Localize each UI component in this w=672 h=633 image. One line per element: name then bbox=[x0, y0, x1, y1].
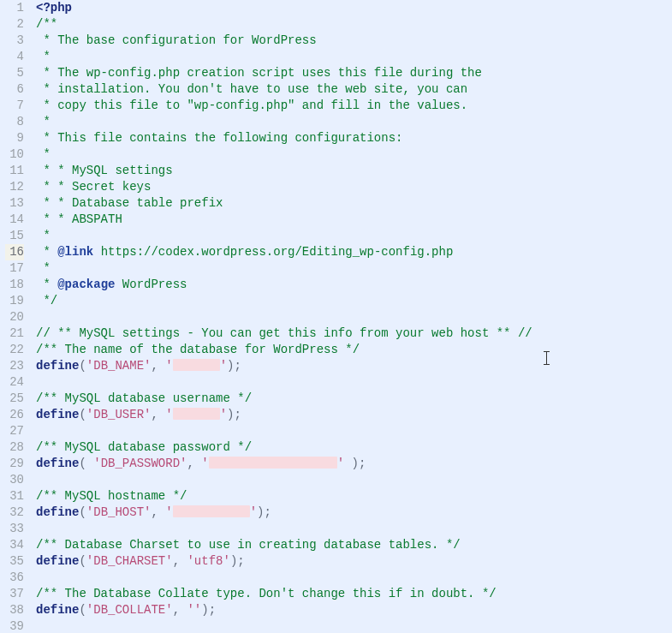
line-number: 22 bbox=[5, 342, 24, 358]
code-token: @link bbox=[57, 245, 93, 259]
code-line[interactable]: * installation. You don't have to use th… bbox=[36, 81, 672, 98]
code-line[interactable]: * @package WordPress bbox=[36, 277, 672, 293]
line-number: 31 bbox=[5, 488, 24, 505]
code-line[interactable] bbox=[36, 521, 672, 537]
code-line[interactable]: * * ABSPATH bbox=[36, 212, 672, 228]
code-line[interactable]: /** The Database Collate type. Don't cha… bbox=[36, 586, 672, 602]
code-token: * * Secret keys bbox=[36, 180, 151, 194]
code-token: * bbox=[36, 147, 51, 161]
line-number: 20 bbox=[5, 309, 24, 325]
code-token: define bbox=[36, 603, 79, 617]
code-line[interactable]: /** MySQL database password */ bbox=[36, 439, 672, 456]
line-number: 5 bbox=[5, 65, 24, 81]
code-token: <?php bbox=[36, 1, 72, 15]
code-line[interactable]: define('DB_HOST', ''); bbox=[36, 505, 672, 521]
code-line[interactable]: * This file contains the following confi… bbox=[36, 130, 672, 146]
code-token: ' bbox=[337, 457, 344, 470]
code-line[interactable] bbox=[36, 618, 672, 633]
line-number: 10 bbox=[5, 146, 24, 163]
code-line[interactable] bbox=[36, 423, 672, 439]
code-line[interactable]: define('DB_COLLATE', ''); bbox=[36, 602, 672, 618]
code-token: ' bbox=[220, 359, 227, 373]
code-token: * bbox=[36, 50, 51, 63]
line-number-gutter: 1234567891011121314151617181920212223242… bbox=[0, 0, 33, 633]
code-token: ); bbox=[201, 603, 216, 617]
code-token: ( bbox=[79, 554, 86, 568]
code-token: 'DB_COLLATE' bbox=[86, 603, 173, 617]
line-number: 8 bbox=[5, 114, 24, 130]
code-token: /** The Database Collate type. Don't cha… bbox=[36, 587, 497, 600]
code-token: ( bbox=[79, 505, 86, 519]
code-token: * bbox=[36, 115, 51, 128]
code-line[interactable]: * @link https://codex.wordpress.org/Edit… bbox=[36, 244, 672, 260]
line-number: 1 bbox=[5, 0, 24, 16]
line-number: 19 bbox=[5, 293, 24, 309]
line-number: 6 bbox=[5, 81, 24, 98]
code-token: * * Database table prefix bbox=[36, 196, 223, 210]
code-token: ' bbox=[250, 505, 257, 519]
code-token: ' bbox=[165, 408, 172, 421]
code-token: 'DB_USER' bbox=[86, 408, 152, 421]
code-line[interactable]: /** MySQL database username */ bbox=[36, 391, 672, 407]
code-line[interactable]: * bbox=[36, 114, 672, 130]
code-line[interactable]: define( 'DB_PASSWORD', '' ); bbox=[36, 456, 672, 472]
code-token: define bbox=[36, 554, 79, 568]
code-line[interactable] bbox=[36, 570, 672, 586]
code-line[interactable]: * The wp-config.php creation script uses… bbox=[36, 65, 672, 81]
code-line[interactable] bbox=[36, 374, 672, 391]
code-line[interactable]: // ** MySQL settings - You can get this … bbox=[36, 325, 672, 342]
line-number: 9 bbox=[5, 130, 24, 146]
code-line[interactable]: * * Secret keys bbox=[36, 179, 672, 195]
code-line[interactable]: /** Database Charset to use in creating … bbox=[36, 537, 672, 553]
code-token: * installation. You don't have to use th… bbox=[36, 82, 467, 96]
code-line[interactable]: /** The name of the database for WordPre… bbox=[36, 342, 672, 358]
code-line[interactable]: * The base configuration for WordPress bbox=[36, 33, 672, 49]
code-token: @package bbox=[57, 278, 115, 291]
code-token: * The base configuration for WordPress bbox=[36, 33, 317, 47]
line-number: 15 bbox=[5, 228, 24, 244]
code-token: define bbox=[36, 408, 79, 421]
code-token: define bbox=[36, 359, 79, 373]
line-number: 34 bbox=[5, 537, 24, 553]
line-number: 13 bbox=[5, 195, 24, 212]
line-number: 24 bbox=[5, 374, 24, 391]
code-line[interactable] bbox=[36, 472, 672, 488]
line-number: 11 bbox=[5, 163, 24, 179]
code-line[interactable] bbox=[36, 309, 672, 325]
code-token: * * ABSPATH bbox=[36, 212, 122, 226]
code-line[interactable]: define('DB_NAME', ''); bbox=[36, 358, 672, 374]
code-token: , bbox=[151, 505, 165, 519]
code-line[interactable]: * * MySQL settings bbox=[36, 163, 672, 179]
code-editor[interactable]: 1234567891011121314151617181920212223242… bbox=[0, 0, 672, 633]
code-token: define bbox=[36, 457, 79, 470]
code-line[interactable]: /** bbox=[36, 16, 672, 33]
code-token: ); bbox=[230, 554, 245, 568]
code-token: /** The name of the database for WordPre… bbox=[36, 343, 360, 356]
code-token: , bbox=[187, 457, 201, 470]
line-number: 7 bbox=[5, 98, 24, 114]
code-token: ' bbox=[165, 505, 172, 519]
code-line[interactable]: */ bbox=[36, 293, 672, 309]
code-line[interactable]: <?php bbox=[36, 0, 672, 16]
code-token: 'DB_HOST' bbox=[86, 505, 152, 519]
line-number: 14 bbox=[5, 212, 24, 228]
code-line[interactable]: define('DB_USER', ''); bbox=[36, 407, 672, 423]
code-token: /** Database Charset to use in creating … bbox=[36, 538, 461, 552]
code-line[interactable]: * bbox=[36, 146, 672, 163]
line-number: 17 bbox=[5, 260, 24, 277]
line-number: 21 bbox=[5, 325, 24, 342]
code-token: 'DB_PASSWORD' bbox=[93, 457, 187, 470]
code-line[interactable]: * bbox=[36, 49, 672, 65]
code-line[interactable]: * * Database table prefix bbox=[36, 195, 672, 212]
code-area[interactable]: <?php/** * The base configuration for Wo… bbox=[33, 0, 672, 633]
code-line[interactable]: * bbox=[36, 228, 672, 244]
code-token: /** MySQL hostname */ bbox=[36, 489, 187, 503]
code-line[interactable]: /** MySQL hostname */ bbox=[36, 488, 672, 505]
code-token: * copy this file to "wp-config.php" and … bbox=[36, 99, 467, 112]
line-number: 30 bbox=[5, 472, 24, 488]
line-number: 28 bbox=[5, 439, 24, 456]
code-line[interactable]: * bbox=[36, 260, 672, 277]
redacted-value bbox=[173, 408, 220, 420]
code-line[interactable]: define('DB_CHARSET', 'utf8'); bbox=[36, 553, 672, 570]
code-line[interactable]: * copy this file to "wp-config.php" and … bbox=[36, 98, 672, 114]
